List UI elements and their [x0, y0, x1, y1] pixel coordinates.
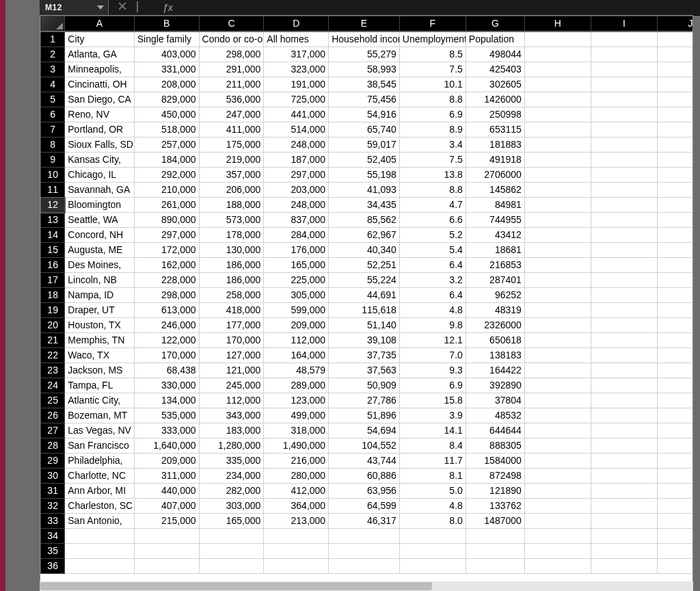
cell-J11[interactable] — [657, 183, 693, 198]
cell-H5[interactable] — [524, 92, 591, 107]
cell-B11[interactable]: 210,000 — [134, 183, 199, 198]
cell-E28[interactable]: 104,552 — [329, 438, 400, 454]
cell-I4[interactable] — [591, 77, 657, 92]
cell-J7[interactable] — [657, 122, 693, 137]
cell-B31[interactable]: 440,000 — [134, 484, 199, 499]
row-header[interactable]: 19 — [41, 303, 65, 318]
cell-G12[interactable]: 84981 — [466, 198, 524, 213]
cell-E29[interactable]: 43,744 — [329, 454, 400, 469]
cell-I1[interactable] — [591, 31, 657, 47]
col-header-I[interactable]: I — [591, 16, 657, 32]
row-header[interactable]: 35 — [41, 544, 65, 559]
cell-F2[interactable]: 8.5 — [399, 47, 466, 62]
cell-I21[interactable] — [591, 333, 657, 348]
cell-I13[interactable] — [591, 213, 657, 228]
cell-J27[interactable] — [657, 423, 693, 438]
cell-G31[interactable]: 121890 — [466, 484, 524, 499]
row-header[interactable]: 26 — [41, 408, 65, 423]
row-header[interactable]: 5 — [41, 92, 65, 107]
cell-I25[interactable] — [591, 393, 657, 408]
cell-A24[interactable]: Tampa, FL — [65, 378, 134, 393]
cell-J19[interactable] — [657, 303, 693, 318]
cell-D18[interactable]: 305,000 — [264, 288, 329, 303]
cell-H35[interactable] — [524, 544, 591, 559]
row-header[interactable]: 3 — [41, 62, 65, 77]
row-header[interactable]: 30 — [41, 469, 65, 484]
row-header[interactable]: 4 — [41, 77, 65, 92]
cell-C17[interactable]: 186,000 — [199, 273, 264, 288]
cell-G32[interactable]: 133762 — [466, 499, 524, 514]
cell-D15[interactable]: 176,000 — [264, 243, 329, 258]
cell-H4[interactable] — [524, 77, 591, 92]
cell-C11[interactable]: 206,000 — [199, 183, 264, 198]
cell-J26[interactable] — [657, 408, 693, 423]
cell-E16[interactable]: 52,251 — [329, 258, 400, 273]
cell-B9[interactable]: 184,000 — [134, 153, 199, 168]
cell-B29[interactable]: 209,000 — [134, 454, 199, 469]
cell-J30[interactable] — [657, 469, 693, 484]
cell-A15[interactable]: Augusta, ME — [65, 243, 134, 258]
cell-C36[interactable] — [199, 559, 264, 574]
cell-B3[interactable]: 331,000 — [134, 62, 199, 77]
cell-A28[interactable]: San Francisco — [65, 438, 134, 454]
cell-C31[interactable]: 282,000 — [199, 484, 264, 499]
cell-C1[interactable]: Condo or co-op — [199, 31, 264, 47]
cell-B14[interactable]: 297,000 — [134, 228, 199, 243]
cell-J3[interactable] — [657, 62, 693, 77]
cell-J32[interactable] — [657, 499, 693, 514]
cell-A32[interactable]: Charleston, SC — [65, 499, 134, 514]
cell-G34[interactable] — [466, 529, 524, 544]
cell-E2[interactable]: 55,279 — [329, 47, 400, 62]
cell-D34[interactable] — [264, 529, 329, 544]
cell-H33[interactable] — [524, 514, 591, 529]
cell-F24[interactable]: 6.9 — [399, 378, 466, 393]
cell-J36[interactable] — [657, 559, 693, 574]
cell-E9[interactable]: 52,405 — [329, 153, 400, 168]
cell-F25[interactable]: 15.8 — [399, 393, 466, 408]
cell-I5[interactable] — [591, 92, 657, 107]
cell-D31[interactable]: 412,000 — [264, 484, 329, 499]
cell-G2[interactable]: 498044 — [466, 47, 524, 62]
row-header[interactable]: 24 — [41, 378, 65, 393]
cell-C15[interactable]: 130,000 — [199, 243, 264, 258]
cell-H17[interactable] — [524, 273, 591, 288]
cell-J9[interactable] — [657, 153, 693, 168]
cell-J24[interactable] — [657, 378, 693, 393]
cell-C18[interactable]: 258,000 — [199, 288, 264, 303]
cell-F1[interactable]: Unemployment — [399, 31, 466, 47]
cell-B7[interactable]: 518,000 — [134, 122, 199, 137]
cell-I20[interactable] — [591, 318, 657, 333]
cell-C8[interactable]: 175,000 — [199, 137, 264, 153]
cell-H7[interactable] — [524, 122, 591, 137]
cell-E19[interactable]: 115,618 — [329, 303, 400, 318]
cell-J28[interactable] — [657, 438, 693, 454]
cell-H8[interactable] — [524, 137, 591, 153]
cell-G33[interactable]: 1487000 — [466, 514, 524, 529]
cell-G23[interactable]: 164422 — [466, 363, 524, 378]
cell-B16[interactable]: 162,000 — [134, 258, 199, 273]
col-header-C[interactable]: C — [199, 16, 264, 32]
cell-J6[interactable] — [657, 107, 693, 122]
cell-H16[interactable] — [524, 258, 591, 273]
cell-E27[interactable]: 54,694 — [329, 423, 400, 438]
cell-E26[interactable]: 51,896 — [329, 408, 400, 423]
select-all-corner[interactable] — [41, 16, 65, 32]
cell-I36[interactable] — [591, 559, 657, 574]
cell-B26[interactable]: 535,000 — [134, 408, 199, 423]
cell-D29[interactable]: 216,000 — [264, 454, 329, 469]
cell-G5[interactable]: 1426000 — [466, 92, 524, 107]
cell-G22[interactable]: 138183 — [466, 348, 524, 363]
cell-J1[interactable] — [657, 31, 693, 47]
cell-C2[interactable]: 298,000 — [199, 47, 264, 62]
cell-I9[interactable] — [591, 153, 657, 168]
cell-G6[interactable]: 250998 — [466, 107, 524, 122]
cell-G4[interactable]: 302605 — [466, 77, 524, 92]
cell-H24[interactable] — [524, 378, 591, 393]
cell-C5[interactable]: 536,000 — [199, 92, 264, 107]
cell-E13[interactable]: 85,562 — [329, 213, 400, 228]
cell-J16[interactable] — [657, 258, 693, 273]
cell-F5[interactable]: 8.8 — [399, 92, 466, 107]
cell-C33[interactable]: 165,000 — [199, 514, 264, 529]
cell-E7[interactable]: 65,740 — [329, 122, 400, 137]
cell-F20[interactable]: 9.8 — [399, 318, 466, 333]
